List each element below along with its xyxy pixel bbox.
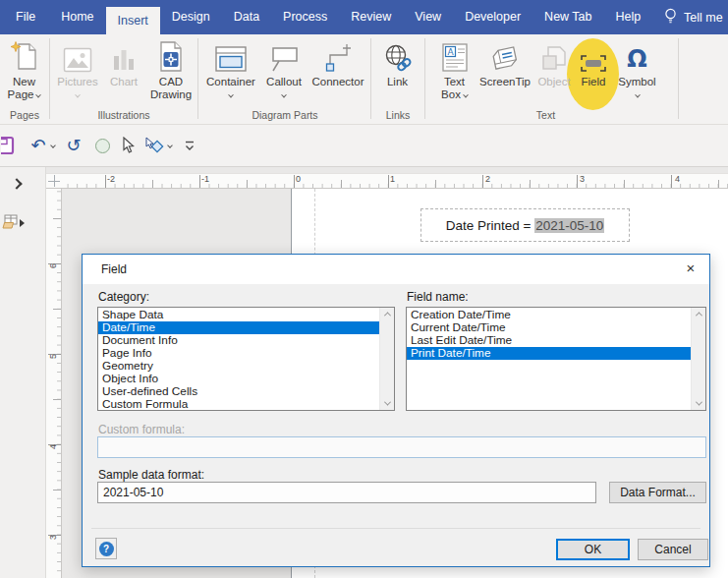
ruler-number: 4 [675,174,680,184]
pictures-label: Pictures [54,76,101,88]
scrollbar[interactable] [691,308,705,410]
cad-label-1: CAD [146,76,196,88]
save-button[interactable] [0,134,16,157]
tab-insert[interactable]: Insert [106,7,160,34]
stencil-flyout-arrow-icon[interactable] [20,219,25,227]
close-icon[interactable]: × [675,257,706,280]
category-item[interactable]: Geometry [98,360,379,373]
tab-help[interactable]: Help [604,0,653,34]
callout-icon [259,37,308,73]
connector-button[interactable]: Connector [309,37,366,110]
tell-me-box[interactable]: Tell me [664,0,723,34]
tab-home[interactable]: Home [49,0,105,34]
new-page-button[interactable]: New Page [2,37,46,110]
group-label-illustrations: Illustrations [51,109,196,121]
object-icon [533,37,575,73]
vertical-ruler: 6 5 4 3 [46,189,62,578]
cad-label-2: Drawing [146,88,196,101]
scroll-up-icon[interactable] [380,308,394,320]
symbol-label: Symbol [615,76,659,88]
tab-new-tab[interactable]: New Tab [532,0,603,34]
scrollbar[interactable] [379,308,394,410]
pictures-icon [54,37,101,73]
field-name-item[interactable]: Creation Date/Time [407,309,691,321]
tab-view[interactable]: View [403,0,453,34]
scroll-up-icon[interactable] [692,308,705,320]
tab-data[interactable]: Data [222,0,271,34]
container-label: Container [203,76,258,88]
dialog-title: Field [101,262,127,276]
category-label: Category: [98,290,149,304]
category-item[interactable]: Object Info [98,373,379,385]
data-format-button[interactable]: Data Format... [609,482,706,503]
tab-developer[interactable]: Developer [453,0,532,34]
ribbon-tab-bar: File Home Insert Design Data Process Rev… [0,0,728,34]
ellipse-tool-button[interactable] [92,134,112,157]
shape-tools-button[interactable] [142,134,166,157]
field-button[interactable]: Field [574,37,613,110]
redo-button[interactable]: ↺ [63,134,84,157]
connector-label: Connector [309,76,366,88]
category-item[interactable]: Shape Data [98,309,379,321]
ruler-number: -1 [201,174,209,184]
tab-process[interactable]: Process [271,0,339,34]
undo-dropdown-chevron-icon[interactable] [49,134,57,157]
category-item[interactable]: Custom Formula [98,398,379,411]
callout-button[interactable]: Callout [259,37,308,110]
cancel-button[interactable]: Cancel [638,539,708,560]
chevron-down-icon [463,92,469,98]
group-separator [197,38,198,119]
screentip-label: ScreenTip [477,76,532,88]
visio-window: File Home Insert Design Data Process Rev… [0,0,728,578]
field-name-list[interactable]: Creation Date/Time Current Date/Time Las… [406,307,706,411]
link-button[interactable]: Link [375,37,420,110]
cad-drawing-button[interactable]: CAD Drawing [146,37,196,110]
ruler-number: 3 [48,528,58,540]
symbol-button[interactable]: Ω Symbol [615,37,659,110]
text-box-button[interactable]: A Text Box [432,37,476,110]
field-name-item[interactable]: Current Date/Time [407,321,691,334]
category-item[interactable]: Document Info [98,334,379,347]
scroll-down-icon[interactable] [380,397,394,410]
sample-data-format-input[interactable] [97,482,596,503]
tab-design[interactable]: Design [160,0,222,34]
group-separator [370,38,371,119]
stencil-icon[interactable] [2,214,20,233]
field-label: Field [574,76,613,88]
ruler-number: 3 [580,174,585,184]
container-button[interactable]: Container [203,37,258,110]
pointer-tool-button[interactable] [120,134,138,157]
shapes-panel-collapsed [0,167,46,578]
link-icon [375,37,420,73]
expand-shapes-chevron-icon[interactable] [11,178,22,189]
help-button[interactable]: ? [95,538,117,559]
sample-data-format-label: Sample data format: [98,468,204,482]
scroll-down-icon[interactable] [692,397,705,410]
screentip-button[interactable]: ScreenTip [477,37,532,110]
category-list[interactable]: Shape Data Date/Time Document Info Page … [97,307,395,411]
category-item-selected[interactable]: Date/Time [98,321,379,334]
chart-label: Chart [103,76,144,88]
text-box-label-2: Box [432,88,476,101]
date-printed-shape[interactable]: Date Printed = 2021-05-10 [420,208,630,242]
undo-button[interactable]: ↶ [28,134,49,157]
ruler-origin-crosshair-icon [48,175,60,187]
chevron-down-icon [635,92,641,98]
inserted-field-value[interactable]: 2021-05-10 [534,218,604,233]
group-label-links: Links [373,109,422,121]
customize-qat-button[interactable] [183,134,196,157]
category-item[interactable]: Page Info [98,347,379,360]
shape-tools-chevron-icon[interactable] [166,134,174,157]
ok-button[interactable]: OK [556,539,630,560]
field-name-item-selected[interactable]: Print Date/Time [407,347,691,360]
svg-text:A: A [447,47,454,57]
tab-file[interactable]: File [2,0,49,34]
ruler-number: 6 [48,257,58,268]
link-label: Link [375,76,420,88]
group-separator [49,38,50,119]
ruler-number: 0 [296,174,301,184]
tab-review[interactable]: Review [339,0,403,34]
ruler-number: 5 [48,347,58,359]
field-name-item[interactable]: Last Edit Date/Time [407,334,691,347]
category-item[interactable]: User-defined Cells [98,385,379,398]
